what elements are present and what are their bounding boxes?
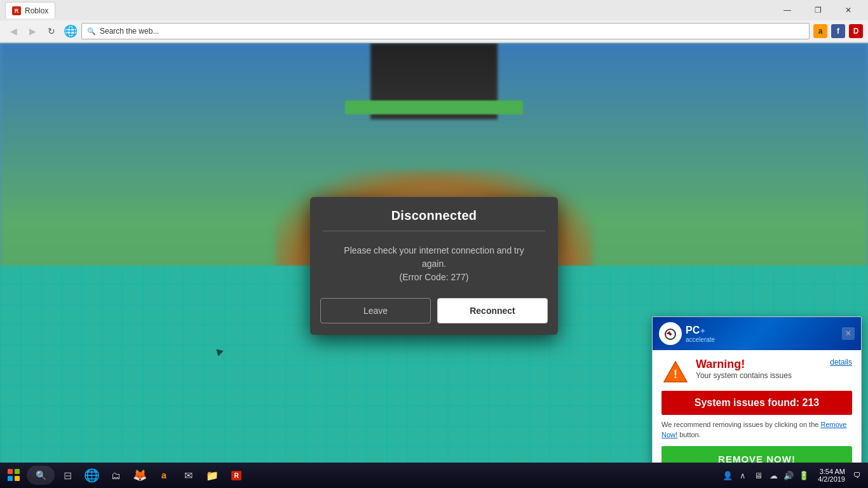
popup-logo-subtext: accelerate (686, 336, 715, 343)
warning-subtitle: Your system contains issues (696, 371, 824, 380)
task-view-button[interactable]: ⊟ (56, 464, 79, 487)
amazon-icon[interactable]: a (813, 24, 827, 38)
taskbar-firefox-button[interactable]: 🦊 (128, 464, 151, 487)
window-controls: — ❐ ✕ (773, 0, 863, 20)
warning-icon: ! (661, 358, 689, 386)
taskbar-roblox-button[interactable]: R (225, 464, 248, 487)
system-tray: 👤 ∧ 🖥 ☁ 🔊 🔋 (717, 469, 814, 482)
windows-logo (8, 469, 20, 482)
taskbar-folder-button[interactable]: 📁 (201, 464, 224, 487)
close-button[interactable]: ✕ (834, 0, 863, 20)
pc-accelerate-popup: PC✦ accelerate × ! Warning! Your system … (652, 316, 862, 482)
forward-button[interactable]: ▶ (24, 23, 41, 39)
dialog-body-line3: (Error Code: 277) (400, 272, 469, 282)
refresh-button[interactable]: ↻ (43, 23, 60, 39)
tray-network-icon[interactable]: 🖥 (752, 469, 764, 482)
roblox-tab-icon: R (12, 6, 21, 15)
tray-battery-icon[interactable]: 🔋 (797, 469, 810, 482)
taskbar-search-button[interactable]: 🔍 (27, 466, 55, 485)
dialog-title: Disconnected (323, 208, 545, 223)
svg-text:!: ! (674, 368, 677, 381)
win-logo-red (8, 469, 13, 474)
popup-header: PC✦ accelerate × (653, 317, 861, 350)
tray-chevron-icon[interactable]: ∧ (736, 469, 749, 482)
warning-row: ! Warning! Your system contains issues d… (661, 358, 852, 386)
dialog-body-line2: again. (422, 259, 446, 269)
title-bar: R Roblox — ❐ ✕ (0, 0, 868, 20)
recommend-text-after: button. (679, 431, 701, 438)
taskbar: 🔍 ⊟ 🌐 🗂 🦊 a ✉ 📁 R 👤 ∧ 🖥 ☁ 🔊 🔋 3:54 AM 4/… (0, 463, 868, 488)
taskbar-cortana-button[interactable]: 🗂 (104, 464, 127, 487)
tab-area: R Roblox (5, 2, 768, 18)
notification-button[interactable]: 🗨 (849, 464, 865, 487)
dialog-body-line1: Please check your internet connection an… (344, 245, 524, 255)
nav-bar: ◀ ▶ ↻ 🌐 🔍 Search the web... a f D (0, 20, 868, 43)
clock-date: 4/2/2019 (818, 475, 845, 483)
dash-icon[interactable]: D (849, 24, 863, 38)
warning-text-block: Warning! Your system contains issues (696, 358, 824, 380)
popup-logo-icon (659, 322, 682, 345)
svg-point-1 (669, 333, 672, 336)
recommend-text: We recommend removing issues by clicking… (661, 420, 852, 440)
search-icon: 🔍 (87, 27, 96, 36)
speedometer-icon (663, 326, 678, 341)
leave-button[interactable]: Leave (320, 298, 431, 323)
win-logo-yellow (15, 476, 20, 481)
facebook-icon[interactable]: f (831, 24, 845, 38)
taskbar-mail-button[interactable]: ✉ (177, 464, 200, 487)
dialog-body: Please check your internet connection an… (310, 231, 558, 295)
popup-close-button[interactable]: × (842, 327, 855, 340)
minimize-button[interactable]: — (773, 0, 802, 20)
popup-logo: PC✦ accelerate (659, 322, 715, 345)
popup-logo-text-block: PC✦ accelerate (686, 324, 715, 343)
win-logo-green (15, 469, 20, 474)
address-text: Search the web... (100, 27, 159, 36)
tray-people-icon[interactable]: 👤 (721, 469, 734, 482)
popup-body: ! Warning! Your system contains issues d… (653, 350, 861, 481)
restore-button[interactable]: ❐ (803, 0, 832, 20)
address-bar[interactable]: 🔍 Search the web... (81, 23, 810, 39)
back-button[interactable]: ◀ (5, 23, 22, 39)
tab-label: Roblox (25, 6, 48, 15)
roblox-taskbar-icon: R (231, 471, 241, 480)
win-logo-blue (8, 476, 13, 481)
warning-triangle-svg: ! (663, 359, 688, 384)
taskbar-amazon-button[interactable]: a (153, 464, 175, 487)
reconnect-button[interactable]: Reconnect (437, 298, 548, 323)
tray-cloud-icon[interactable]: ☁ (767, 469, 780, 482)
warning-title: Warning! (696, 358, 824, 371)
taskbar-ie-button[interactable]: 🌐 (80, 464, 103, 487)
clock-time: 3:54 AM (820, 468, 845, 475)
tray-speaker-icon[interactable]: 🔊 (782, 469, 795, 482)
firefox-icon: 🦊 (133, 468, 147, 482)
start-button[interactable] (3, 464, 25, 487)
game-area: Disconnected Please check your internet … (0, 43, 868, 488)
dialog-buttons: Leave Reconnect (310, 295, 558, 335)
ie-logo: 🌐 (62, 23, 79, 39)
browser-tab[interactable]: R Roblox (5, 2, 55, 18)
details-link[interactable]: details (830, 358, 852, 367)
system-clock[interactable]: 3:54 AM 4/2/2019 (815, 468, 848, 483)
popup-logo-brand: PC✦ (686, 324, 715, 336)
disconnected-dialog: Disconnected Please check your internet … (310, 197, 558, 335)
recommend-text-before: We recommend removing issues by clicking… (661, 421, 818, 428)
issues-bar: System issues found: 213 (661, 391, 852, 415)
dialog-header: Disconnected (310, 197, 558, 231)
ie-taskbar-icon: 🌐 (84, 468, 100, 483)
browser-chrome: R Roblox — ❐ ✕ ◀ ▶ ↻ 🌐 🔍 Search the web.… (0, 0, 868, 43)
